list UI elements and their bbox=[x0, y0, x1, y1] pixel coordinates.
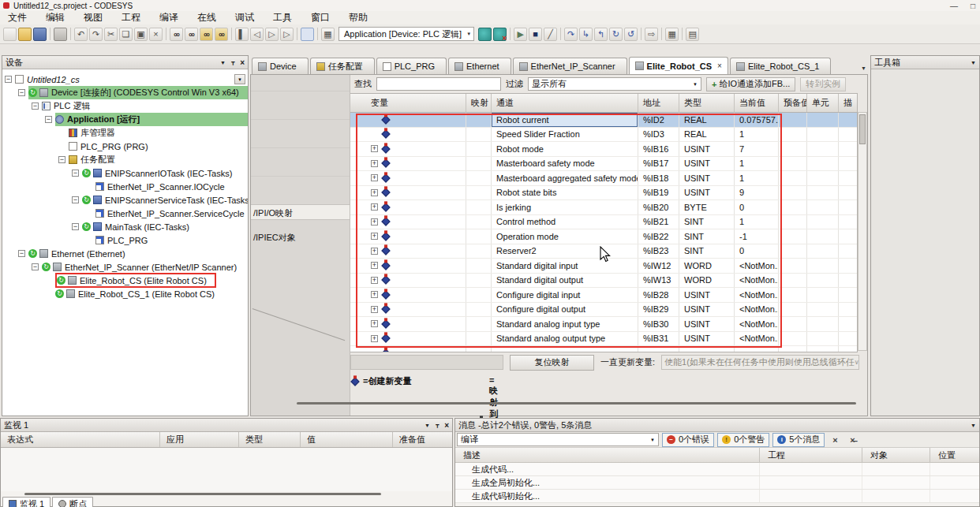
expander-icon[interactable] bbox=[371, 320, 378, 327]
pin-icon[interactable]: ┳ bbox=[436, 422, 439, 428]
expander-icon[interactable] bbox=[32, 103, 39, 110]
run-to-cursor-icon[interactable]: ↻ bbox=[609, 28, 623, 41]
column-header[interactable]: 描 bbox=[839, 94, 857, 112]
table-row[interactable]: Operation mode %IB22 SINT -1 bbox=[350, 229, 857, 244]
editor-page-item[interactable]: /IPIEC对象 bbox=[251, 229, 350, 245]
channel-cell[interactable]: Control method bbox=[492, 215, 638, 229]
find-in-project-icon[interactable] bbox=[200, 28, 213, 41]
tree-item[interactable]: ↻ EtherNet_IP_Scanner.ServiceCycle ▼ bbox=[2, 207, 248, 220]
message-row[interactable]: 生成代码初始化... bbox=[455, 490, 979, 503]
column-header[interactable]: 类型 bbox=[679, 94, 735, 112]
library-manager-icon[interactable] bbox=[301, 28, 314, 41]
expander-icon[interactable] bbox=[371, 262, 378, 269]
channel-cell[interactable]: Configure digital input bbox=[492, 288, 638, 302]
tree-item[interactable]: ↻ Elite_Robot_CS (Elite Robot CS) ▼ bbox=[2, 274, 248, 287]
channel-cell[interactable]: Standard analog output type bbox=[492, 332, 638, 346]
expander-icon[interactable] bbox=[371, 218, 378, 226]
column-header[interactable]: 表达式 bbox=[1, 432, 160, 447]
table-row[interactable]: Robot state bits %IB19 USINT 9 bbox=[350, 186, 857, 201]
chevron-down-icon[interactable]: ▼ bbox=[425, 423, 430, 428]
maximize-button[interactable]: □ bbox=[971, 2, 975, 10]
horizontal-scrollbar[interactable] bbox=[297, 402, 856, 404]
menu-item[interactable]: 视图 bbox=[84, 11, 103, 24]
replace-in-project-icon[interactable] bbox=[215, 28, 228, 41]
tree-item[interactable]: ↻ Untitled12_cs ▼ bbox=[2, 73, 248, 86]
tree-root-dropdown-icon[interactable]: ▼ bbox=[234, 74, 245, 84]
tree-item[interactable]: ↻ Application [运行] ▼ bbox=[2, 113, 248, 126]
tree-item[interactable]: ↻ PLC 逻辑 ▼ bbox=[2, 99, 248, 113]
menu-item[interactable]: 编辑 bbox=[46, 11, 65, 24]
expander-icon[interactable] bbox=[72, 196, 79, 203]
expander-icon[interactable] bbox=[371, 335, 378, 342]
channel-cell[interactable]: Configure digital output bbox=[492, 303, 638, 317]
expander-icon[interactable] bbox=[72, 223, 79, 230]
expander-icon[interactable] bbox=[45, 116, 52, 123]
expander-icon[interactable] bbox=[32, 263, 39, 270]
delete-icon[interactable]: × bbox=[149, 28, 163, 41]
table-row[interactable]: Standard digital input %IW12 WORD <NotMo… bbox=[350, 259, 857, 274]
table-row[interactable]: Standard digital output %IW13 WORD <NotM… bbox=[350, 274, 857, 289]
editor-tab[interactable]: EtherNet_IP_Scanner bbox=[513, 58, 627, 74]
column-header[interactable]: 值 bbox=[301, 432, 393, 447]
table-row[interactable]: Robot current %ID2 REAL 0.075757... bbox=[350, 113, 857, 128]
channel-cell[interactable]: Masterboard aggregated safety mode bbox=[492, 171, 638, 185]
table-row[interactable]: Speed Slider Fraction %ID3 REAL 1 bbox=[350, 128, 857, 143]
bookmark-icon[interactable]: ▌ bbox=[235, 28, 249, 41]
close-icon[interactable]: × bbox=[240, 58, 245, 67]
message-row[interactable]: 生成全局初始化... bbox=[455, 476, 979, 490]
menu-item[interactable]: 编译 bbox=[159, 11, 178, 24]
tree-item[interactable]: ↻ 任务配置 ▼ bbox=[2, 153, 248, 166]
force-values-icon[interactable]: ▦ bbox=[665, 28, 679, 41]
table-row[interactable] bbox=[350, 346, 857, 352]
expander-icon[interactable] bbox=[18, 250, 25, 257]
copy-icon[interactable]: ❏ bbox=[119, 28, 133, 41]
minimize-button[interactable]: — bbox=[950, 2, 958, 10]
redo-icon[interactable]: ↷ bbox=[89, 28, 103, 41]
table-row[interactable]: Robot mode %IB16 USINT 7 bbox=[350, 142, 857, 157]
channel-cell[interactable]: Masterboard safety mode bbox=[492, 157, 638, 171]
step-into-icon[interactable]: ↳ bbox=[579, 28, 593, 41]
start-icon[interactable]: ▶ bbox=[514, 28, 527, 41]
tree-item[interactable]: ↻ ENIPScannerServiceTask (IEC-Tasks) ▼ bbox=[2, 193, 248, 207]
tree-item[interactable]: ↻ PLC_PRG ▼ bbox=[2, 233, 248, 247]
menu-item[interactable]: 窗口 bbox=[311, 11, 330, 24]
cut-icon[interactable]: ✂ bbox=[104, 28, 118, 41]
tree-item[interactable]: ↻ MainTask (IEC-Tasks) ▼ bbox=[2, 220, 248, 233]
tree-item[interactable]: ↻ 库管理器 ▼ bbox=[2, 126, 248, 140]
find-input[interactable] bbox=[376, 77, 501, 91]
panel-tab[interactable]: 断点 bbox=[52, 497, 93, 507]
expander-icon[interactable] bbox=[58, 156, 65, 163]
save-icon[interactable] bbox=[33, 28, 47, 41]
warnings-filter-button[interactable]: ! 0个警告 bbox=[717, 433, 769, 447]
column-header[interactable]: 通道 bbox=[492, 94, 638, 112]
expander-icon[interactable] bbox=[371, 248, 378, 255]
table-row[interactable]: Configure digital output %IB29 USINT <No… bbox=[350, 303, 857, 318]
tree-item[interactable]: ↻ Device [连接的] (CODESYS Control Win V3 x… bbox=[2, 86, 248, 99]
channel-cell[interactable]: Robot current bbox=[492, 113, 638, 127]
active-application-combo[interactable]: Application [Device: PLC 逻辑] ▼ bbox=[339, 27, 474, 41]
always-update-combo[interactable]: 使能1(如果未在任何任务中使用则使用总线循环任 ∨ bbox=[661, 355, 859, 370]
expander-icon[interactable] bbox=[371, 233, 378, 240]
editor-tab[interactable]: 任务配置 bbox=[310, 58, 375, 74]
menu-item[interactable]: 调试 bbox=[235, 11, 254, 24]
table-row[interactable]: Masterboard safety mode %IB17 USINT 1 bbox=[350, 157, 857, 172]
tree-item[interactable]: ↻ ENIPScannerIOTask (IEC-Tasks) ▼ bbox=[2, 166, 248, 180]
menu-item[interactable]: 在线 bbox=[197, 11, 216, 24]
build-options-icon[interactable]: ▦ bbox=[321, 28, 335, 41]
tree-item[interactable]: ↻ EtherNet_IP_Scanner (EtherNet/IP Scann… bbox=[2, 260, 248, 274]
step-out-icon[interactable]: ↰ bbox=[594, 28, 608, 41]
column-header[interactable]: 当前值 bbox=[735, 94, 779, 112]
expander-icon[interactable] bbox=[371, 174, 378, 181]
table-row[interactable]: Standard analog input type %IB30 USINT <… bbox=[350, 317, 857, 332]
column-header[interactable]: 预备值 bbox=[779, 94, 807, 112]
clear-bookmarks-icon[interactable]: ▷ bbox=[280, 28, 294, 41]
single-cycle-icon[interactable]: ╱ bbox=[544, 28, 557, 41]
print-icon[interactable] bbox=[54, 28, 67, 41]
channel-cell[interactable]: Reserver2 bbox=[492, 244, 638, 259]
previous-bookmark-icon[interactable]: ◁ bbox=[250, 28, 264, 41]
editor-tab[interactable]: PLC_PRG bbox=[376, 58, 447, 74]
expander-icon[interactable] bbox=[72, 170, 79, 177]
column-header[interactable]: 对象 bbox=[862, 448, 930, 462]
editor-tab[interactable]: Elite_Robot_CS_1 bbox=[730, 58, 832, 74]
column-header[interactable]: 描述 bbox=[455, 448, 760, 462]
